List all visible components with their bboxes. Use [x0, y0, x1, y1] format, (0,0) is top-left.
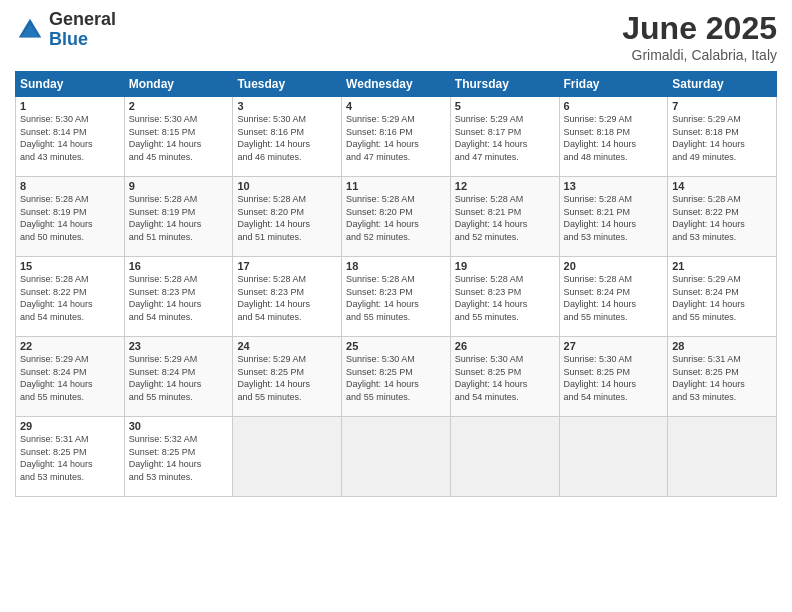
day-info: Sunrise: 5:31 AM Sunset: 8:25 PM Dayligh… [672, 353, 772, 403]
day-number: 23 [129, 340, 229, 352]
day-info: Sunrise: 5:28 AM Sunset: 8:20 PM Dayligh… [346, 193, 446, 243]
calendar-week-4: 22 Sunrise: 5:29 AM Sunset: 8:24 PM Dayl… [16, 337, 777, 417]
header-row: Sunday Monday Tuesday Wednesday Thursday… [16, 72, 777, 97]
day-info: Sunrise: 5:29 AM Sunset: 8:25 PM Dayligh… [237, 353, 337, 403]
logo-general: General [49, 10, 116, 30]
day-number: 15 [20, 260, 120, 272]
day-info: Sunrise: 5:30 AM Sunset: 8:14 PM Dayligh… [20, 113, 120, 163]
calendar-cell: 15 Sunrise: 5:28 AM Sunset: 8:22 PM Dayl… [16, 257, 125, 337]
day-info: Sunrise: 5:28 AM Sunset: 8:19 PM Dayligh… [20, 193, 120, 243]
day-info: Sunrise: 5:31 AM Sunset: 8:25 PM Dayligh… [20, 433, 120, 483]
calendar-cell: 26 Sunrise: 5:30 AM Sunset: 8:25 PM Dayl… [450, 337, 559, 417]
header: General Blue June 2025 Grimaldi, Calabri… [15, 10, 777, 63]
header-thursday: Thursday [450, 72, 559, 97]
calendar-cell: 16 Sunrise: 5:28 AM Sunset: 8:23 PM Dayl… [124, 257, 233, 337]
day-info: Sunrise: 5:28 AM Sunset: 8:23 PM Dayligh… [455, 273, 555, 323]
calendar-title: June 2025 [622, 10, 777, 47]
day-info: Sunrise: 5:30 AM Sunset: 8:25 PM Dayligh… [564, 353, 664, 403]
calendar-cell: 13 Sunrise: 5:28 AM Sunset: 8:21 PM Dayl… [559, 177, 668, 257]
day-number: 3 [237, 100, 337, 112]
calendar-cell: 2 Sunrise: 5:30 AM Sunset: 8:15 PM Dayli… [124, 97, 233, 177]
day-info: Sunrise: 5:28 AM Sunset: 8:24 PM Dayligh… [564, 273, 664, 323]
calendar-cell: 6 Sunrise: 5:29 AM Sunset: 8:18 PM Dayli… [559, 97, 668, 177]
calendar-cell: 14 Sunrise: 5:28 AM Sunset: 8:22 PM Dayl… [668, 177, 777, 257]
calendar-subtitle: Grimaldi, Calabria, Italy [622, 47, 777, 63]
day-number: 16 [129, 260, 229, 272]
day-info: Sunrise: 5:30 AM Sunset: 8:25 PM Dayligh… [455, 353, 555, 403]
day-info: Sunrise: 5:29 AM Sunset: 8:18 PM Dayligh… [564, 113, 664, 163]
day-info: Sunrise: 5:28 AM Sunset: 8:19 PM Dayligh… [129, 193, 229, 243]
day-info: Sunrise: 5:28 AM Sunset: 8:20 PM Dayligh… [237, 193, 337, 243]
calendar-cell: 17 Sunrise: 5:28 AM Sunset: 8:23 PM Dayl… [233, 257, 342, 337]
day-number: 7 [672, 100, 772, 112]
day-info: Sunrise: 5:29 AM Sunset: 8:24 PM Dayligh… [129, 353, 229, 403]
title-block: June 2025 Grimaldi, Calabria, Italy [622, 10, 777, 63]
calendar-cell [342, 417, 451, 497]
calendar-table: Sunday Monday Tuesday Wednesday Thursday… [15, 71, 777, 497]
day-number: 25 [346, 340, 446, 352]
header-monday: Monday [124, 72, 233, 97]
day-number: 22 [20, 340, 120, 352]
day-info: Sunrise: 5:29 AM Sunset: 8:16 PM Dayligh… [346, 113, 446, 163]
day-number: 13 [564, 180, 664, 192]
calendar-cell: 7 Sunrise: 5:29 AM Sunset: 8:18 PM Dayli… [668, 97, 777, 177]
day-info: Sunrise: 5:28 AM Sunset: 8:23 PM Dayligh… [129, 273, 229, 323]
day-info: Sunrise: 5:28 AM Sunset: 8:23 PM Dayligh… [237, 273, 337, 323]
logo: General Blue [15, 10, 116, 50]
day-number: 12 [455, 180, 555, 192]
calendar-cell [668, 417, 777, 497]
calendar-cell: 27 Sunrise: 5:30 AM Sunset: 8:25 PM Dayl… [559, 337, 668, 417]
header-friday: Friday [559, 72, 668, 97]
day-info: Sunrise: 5:29 AM Sunset: 8:24 PM Dayligh… [672, 273, 772, 323]
day-number: 14 [672, 180, 772, 192]
day-number: 27 [564, 340, 664, 352]
header-tuesday: Tuesday [233, 72, 342, 97]
calendar-cell [450, 417, 559, 497]
day-number: 5 [455, 100, 555, 112]
day-number: 8 [20, 180, 120, 192]
logo-icon [15, 15, 45, 45]
calendar-cell [233, 417, 342, 497]
day-info: Sunrise: 5:28 AM Sunset: 8:21 PM Dayligh… [564, 193, 664, 243]
day-number: 11 [346, 180, 446, 192]
calendar-cell: 11 Sunrise: 5:28 AM Sunset: 8:20 PM Dayl… [342, 177, 451, 257]
calendar-cell: 4 Sunrise: 5:29 AM Sunset: 8:16 PM Dayli… [342, 97, 451, 177]
day-info: Sunrise: 5:30 AM Sunset: 8:16 PM Dayligh… [237, 113, 337, 163]
day-number: 6 [564, 100, 664, 112]
day-info: Sunrise: 5:28 AM Sunset: 8:21 PM Dayligh… [455, 193, 555, 243]
calendar-cell: 30 Sunrise: 5:32 AM Sunset: 8:25 PM Dayl… [124, 417, 233, 497]
day-info: Sunrise: 5:29 AM Sunset: 8:17 PM Dayligh… [455, 113, 555, 163]
calendar-cell: 5 Sunrise: 5:29 AM Sunset: 8:17 PM Dayli… [450, 97, 559, 177]
day-number: 26 [455, 340, 555, 352]
header-sunday: Sunday [16, 72, 125, 97]
header-wednesday: Wednesday [342, 72, 451, 97]
day-number: 1 [20, 100, 120, 112]
day-number: 30 [129, 420, 229, 432]
calendar-cell: 9 Sunrise: 5:28 AM Sunset: 8:19 PM Dayli… [124, 177, 233, 257]
day-info: Sunrise: 5:28 AM Sunset: 8:23 PM Dayligh… [346, 273, 446, 323]
day-number: 29 [20, 420, 120, 432]
calendar-cell: 1 Sunrise: 5:30 AM Sunset: 8:14 PM Dayli… [16, 97, 125, 177]
calendar-cell: 29 Sunrise: 5:31 AM Sunset: 8:25 PM Dayl… [16, 417, 125, 497]
header-saturday: Saturday [668, 72, 777, 97]
day-number: 17 [237, 260, 337, 272]
day-info: Sunrise: 5:30 AM Sunset: 8:25 PM Dayligh… [346, 353, 446, 403]
page: General Blue June 2025 Grimaldi, Calabri… [0, 0, 792, 612]
day-number: 18 [346, 260, 446, 272]
logo-blue: Blue [49, 30, 116, 50]
day-number: 20 [564, 260, 664, 272]
day-number: 28 [672, 340, 772, 352]
day-number: 10 [237, 180, 337, 192]
day-info: Sunrise: 5:29 AM Sunset: 8:24 PM Dayligh… [20, 353, 120, 403]
calendar-cell: 19 Sunrise: 5:28 AM Sunset: 8:23 PM Dayl… [450, 257, 559, 337]
day-number: 9 [129, 180, 229, 192]
day-number: 4 [346, 100, 446, 112]
day-info: Sunrise: 5:30 AM Sunset: 8:15 PM Dayligh… [129, 113, 229, 163]
day-number: 21 [672, 260, 772, 272]
day-info: Sunrise: 5:28 AM Sunset: 8:22 PM Dayligh… [20, 273, 120, 323]
day-number: 2 [129, 100, 229, 112]
calendar-cell: 12 Sunrise: 5:28 AM Sunset: 8:21 PM Dayl… [450, 177, 559, 257]
calendar-week-3: 15 Sunrise: 5:28 AM Sunset: 8:22 PM Dayl… [16, 257, 777, 337]
calendar-week-2: 8 Sunrise: 5:28 AM Sunset: 8:19 PM Dayli… [16, 177, 777, 257]
calendar-cell: 20 Sunrise: 5:28 AM Sunset: 8:24 PM Dayl… [559, 257, 668, 337]
